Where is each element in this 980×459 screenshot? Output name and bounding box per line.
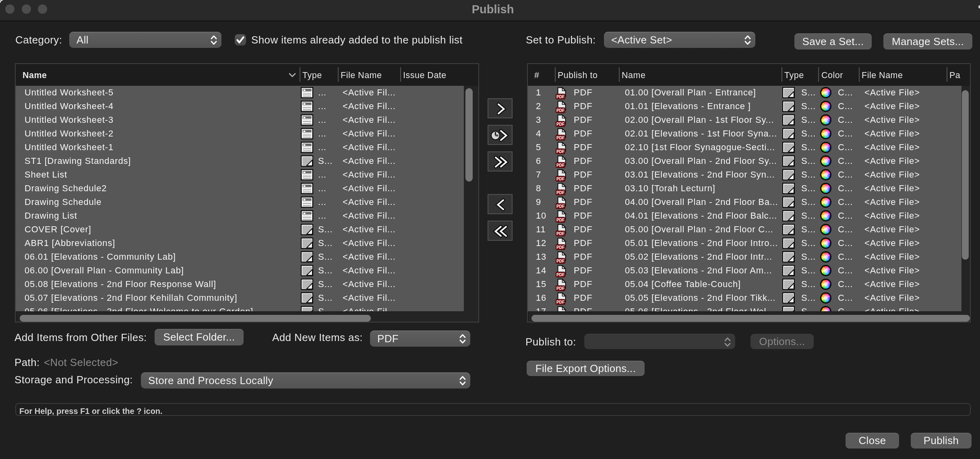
- svg-text:PDF: PDF: [556, 108, 564, 113]
- svg-text:PDF: PDF: [556, 136, 564, 140]
- svg-text:PDF: PDF: [556, 122, 564, 126]
- svg-text:PDF: PDF: [556, 245, 564, 250]
- svg-text:PDF: PDF: [556, 300, 564, 304]
- svg-text:PDF: PDF: [556, 259, 564, 263]
- svg-text:PDF: PDF: [556, 177, 564, 181]
- svg-text:PDF: PDF: [556, 218, 564, 222]
- svg-text:PDF: PDF: [556, 163, 564, 167]
- svg-text:PDF: PDF: [556, 149, 564, 154]
- svg-text:PDF: PDF: [556, 286, 564, 291]
- svg-text:PDF: PDF: [556, 273, 564, 277]
- svg-text:PDF: PDF: [556, 190, 564, 195]
- svg-text:PDF: PDF: [556, 232, 564, 236]
- svg-text:PDF: PDF: [556, 95, 564, 99]
- svg-text:PDF: PDF: [556, 204, 564, 209]
